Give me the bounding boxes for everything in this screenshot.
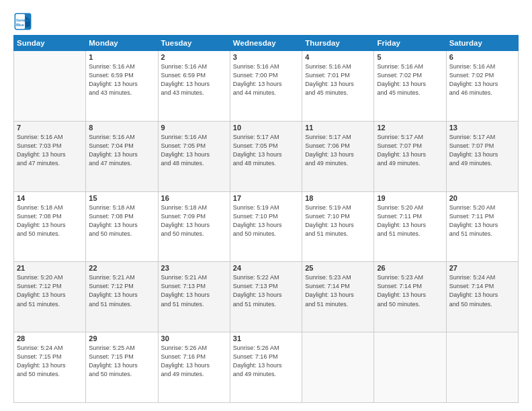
day-number: 29	[89, 334, 154, 342]
day-number: 1	[89, 53, 154, 61]
day-info: Sunrise: 5:19 AMSunset: 7:10 PMDaylight:…	[305, 203, 371, 238]
calendar-cell: 7Sunrise: 5:16 AMSunset: 7:03 PMDaylight…	[14, 121, 86, 191]
day-number: 4	[305, 53, 371, 61]
day-info: Sunrise: 5:21 AMSunset: 7:12 PMDaylight:…	[89, 273, 154, 308]
day-number: 12	[377, 124, 443, 132]
day-header: Monday	[86, 36, 158, 51]
day-number: 16	[161, 194, 227, 202]
day-info: Sunrise: 5:16 AMSunset: 7:05 PMDaylight:…	[161, 133, 227, 168]
day-number: 25	[305, 264, 371, 272]
day-number: 21	[17, 264, 83, 272]
calendar-cell	[14, 51, 86, 122]
calendar-cell: 28Sunrise: 5:24 AMSunset: 7:15 PMDayligh…	[14, 332, 86, 403]
day-info: Sunrise: 5:16 AMSunset: 7:02 PMDaylight:…	[449, 62, 515, 97]
calendar-cell: 2Sunrise: 5:16 AMSunset: 6:59 PMDaylight…	[158, 51, 230, 122]
day-info: Sunrise: 5:24 AMSunset: 7:14 PMDaylight:…	[449, 273, 515, 308]
day-number: 20	[449, 194, 515, 202]
calendar-cell: 31Sunrise: 5:26 AMSunset: 7:16 PMDayligh…	[230, 332, 302, 403]
day-number: 19	[377, 194, 443, 202]
calendar-cell: 20Sunrise: 5:20 AMSunset: 7:11 PMDayligh…	[446, 191, 518, 262]
day-number: 6	[449, 53, 515, 61]
day-header: Tuesday	[158, 36, 230, 51]
day-header: Saturday	[446, 36, 518, 51]
calendar-cell: 3Sunrise: 5:16 AMSunset: 7:00 PMDaylight…	[230, 51, 302, 122]
day-info: Sunrise: 5:16 AMSunset: 7:00 PMDaylight:…	[233, 62, 299, 97]
day-number: 18	[305, 194, 371, 202]
day-number: 30	[161, 334, 227, 342]
day-number: 5	[377, 53, 443, 61]
logo: General Blue	[13, 12, 32, 31]
calendar-week-row: 1Sunrise: 5:16 AMSunset: 6:59 PMDaylight…	[14, 51, 519, 122]
header: General Blue	[13, 12, 519, 31]
day-number: 31	[233, 334, 299, 342]
day-info: Sunrise: 5:16 AMSunset: 7:04 PMDaylight:…	[89, 133, 154, 168]
day-info: Sunrise: 5:16 AMSunset: 6:59 PMDaylight:…	[89, 62, 154, 97]
day-info: Sunrise: 5:22 AMSunset: 7:13 PMDaylight:…	[233, 273, 299, 308]
day-info: Sunrise: 5:17 AMSunset: 7:07 PMDaylight:…	[449, 133, 515, 168]
calendar-week-row: 21Sunrise: 5:20 AMSunset: 7:12 PMDayligh…	[14, 262, 519, 332]
calendar-cell: 23Sunrise: 5:21 AMSunset: 7:13 PMDayligh…	[158, 262, 230, 332]
calendar-cell: 8Sunrise: 5:16 AMSunset: 7:04 PMDaylight…	[86, 121, 158, 191]
logo-icon: General Blue	[13, 12, 32, 31]
day-info: Sunrise: 5:25 AMSunset: 7:15 PMDaylight:…	[89, 344, 154, 379]
calendar-cell: 15Sunrise: 5:18 AMSunset: 7:08 PMDayligh…	[86, 191, 158, 262]
calendar-cell: 26Sunrise: 5:23 AMSunset: 7:14 PMDayligh…	[374, 262, 446, 332]
calendar-cell: 9Sunrise: 5:16 AMSunset: 7:05 PMDaylight…	[158, 121, 230, 191]
day-number: 13	[449, 124, 515, 132]
day-info: Sunrise: 5:16 AMSunset: 7:03 PMDaylight:…	[17, 133, 83, 168]
day-number: 15	[89, 194, 154, 202]
day-info: Sunrise: 5:19 AMSunset: 7:10 PMDaylight:…	[233, 203, 299, 238]
day-info: Sunrise: 5:18 AMSunset: 7:08 PMDaylight:…	[17, 203, 83, 238]
day-number: 14	[17, 194, 83, 202]
calendar-cell: 14Sunrise: 5:18 AMSunset: 7:08 PMDayligh…	[14, 191, 86, 262]
calendar-table: SundayMondayTuesdayWednesdayThursdayFrid…	[13, 35, 519, 403]
day-number: 17	[233, 194, 299, 202]
day-info: Sunrise: 5:18 AMSunset: 7:09 PMDaylight:…	[161, 203, 227, 238]
calendar-week-row: 7Sunrise: 5:16 AMSunset: 7:03 PMDaylight…	[14, 121, 519, 191]
day-number: 8	[89, 124, 154, 132]
calendar-cell: 4Sunrise: 5:16 AMSunset: 7:01 PMDaylight…	[302, 51, 374, 122]
calendar-cell: 24Sunrise: 5:22 AMSunset: 7:13 PMDayligh…	[230, 262, 302, 332]
calendar-cell	[302, 332, 374, 403]
calendar-cell: 17Sunrise: 5:19 AMSunset: 7:10 PMDayligh…	[230, 191, 302, 262]
day-header: Friday	[374, 36, 446, 51]
calendar-cell: 16Sunrise: 5:18 AMSunset: 7:09 PMDayligh…	[158, 191, 230, 262]
calendar-cell: 6Sunrise: 5:16 AMSunset: 7:02 PMDaylight…	[446, 51, 518, 122]
day-header: Thursday	[302, 36, 374, 51]
calendar-header-row: SundayMondayTuesdayWednesdayThursdayFrid…	[14, 36, 519, 51]
day-number: 10	[233, 124, 299, 132]
calendar-week-row: 28Sunrise: 5:24 AMSunset: 7:15 PMDayligh…	[14, 332, 519, 403]
day-info: Sunrise: 5:26 AMSunset: 7:16 PMDaylight:…	[233, 344, 299, 379]
day-info: Sunrise: 5:24 AMSunset: 7:15 PMDaylight:…	[17, 344, 83, 379]
day-info: Sunrise: 5:20 AMSunset: 7:11 PMDaylight:…	[449, 203, 515, 238]
day-info: Sunrise: 5:18 AMSunset: 7:08 PMDaylight:…	[89, 203, 154, 238]
svg-text:Blue: Blue	[16, 23, 24, 27]
calendar-cell: 27Sunrise: 5:24 AMSunset: 7:14 PMDayligh…	[446, 262, 518, 332]
day-info: Sunrise: 5:17 AMSunset: 7:06 PMDaylight:…	[305, 133, 371, 168]
day-header: Sunday	[14, 36, 86, 51]
page: General Blue SundayMondayTuesdayWednesda…	[0, 0, 532, 411]
day-info: Sunrise: 5:21 AMSunset: 7:13 PMDaylight:…	[161, 273, 227, 308]
day-number: 24	[233, 264, 299, 272]
day-info: Sunrise: 5:20 AMSunset: 7:11 PMDaylight:…	[377, 203, 443, 238]
day-number: 7	[17, 124, 83, 132]
day-info: Sunrise: 5:23 AMSunset: 7:14 PMDaylight:…	[305, 273, 371, 308]
calendar-cell: 22Sunrise: 5:21 AMSunset: 7:12 PMDayligh…	[86, 262, 158, 332]
calendar-cell: 5Sunrise: 5:16 AMSunset: 7:02 PMDaylight…	[374, 51, 446, 122]
day-number: 23	[161, 264, 227, 272]
day-info: Sunrise: 5:17 AMSunset: 7:07 PMDaylight:…	[377, 133, 443, 168]
calendar-cell	[446, 332, 518, 403]
day-number: 26	[377, 264, 443, 272]
calendar-cell: 10Sunrise: 5:17 AMSunset: 7:05 PMDayligh…	[230, 121, 302, 191]
calendar-cell: 29Sunrise: 5:25 AMSunset: 7:15 PMDayligh…	[86, 332, 158, 403]
day-number: 27	[449, 264, 515, 272]
day-info: Sunrise: 5:16 AMSunset: 7:02 PMDaylight:…	[377, 62, 443, 97]
calendar-cell: 25Sunrise: 5:23 AMSunset: 7:14 PMDayligh…	[302, 262, 374, 332]
calendar-cell: 11Sunrise: 5:17 AMSunset: 7:06 PMDayligh…	[302, 121, 374, 191]
day-number: 2	[161, 53, 227, 61]
calendar-cell: 19Sunrise: 5:20 AMSunset: 7:11 PMDayligh…	[374, 191, 446, 262]
day-info: Sunrise: 5:17 AMSunset: 7:05 PMDaylight:…	[233, 133, 299, 168]
day-info: Sunrise: 5:23 AMSunset: 7:14 PMDaylight:…	[377, 273, 443, 308]
calendar-week-row: 14Sunrise: 5:18 AMSunset: 7:08 PMDayligh…	[14, 191, 519, 262]
day-info: Sunrise: 5:16 AMSunset: 6:59 PMDaylight:…	[161, 62, 227, 97]
